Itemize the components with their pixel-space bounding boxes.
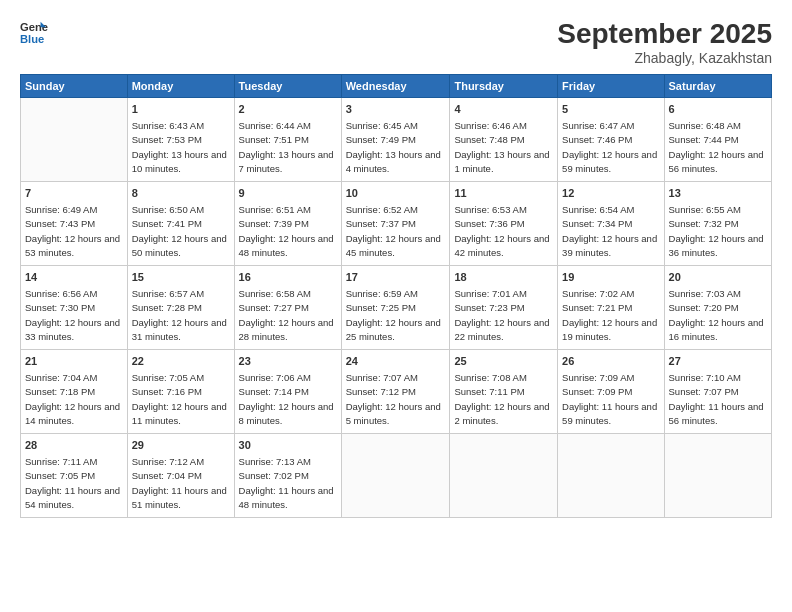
day-number: 29 [132,438,230,454]
cell-content: Sunrise: 6:50 AMSunset: 7:41 PMDaylight:… [132,204,227,259]
day-number: 17 [346,270,446,286]
cell-content: Sunrise: 6:57 AMSunset: 7:28 PMDaylight:… [132,288,227,343]
cell-content: Sunrise: 7:04 AMSunset: 7:18 PMDaylight:… [25,372,120,427]
calendar-cell: 15Sunrise: 6:57 AMSunset: 7:28 PMDayligh… [127,265,234,349]
day-number: 27 [669,354,767,370]
cell-content: Sunrise: 7:07 AMSunset: 7:12 PMDaylight:… [346,372,441,427]
cell-content: Sunrise: 7:01 AMSunset: 7:23 PMDaylight:… [454,288,549,343]
day-number: 1 [132,102,230,118]
calendar-cell: 20Sunrise: 7:03 AMSunset: 7:20 PMDayligh… [664,265,771,349]
calendar-cell: 28Sunrise: 7:11 AMSunset: 7:05 PMDayligh… [21,433,128,517]
cell-content: Sunrise: 6:45 AMSunset: 7:49 PMDaylight:… [346,120,441,175]
col-tuesday: Tuesday [234,75,341,98]
logo-icon: General Blue [20,18,48,46]
page: General Blue September 2025 Zhabagly, Ka… [0,0,792,612]
day-number: 8 [132,186,230,202]
day-number: 22 [132,354,230,370]
cell-content: Sunrise: 7:13 AMSunset: 7:02 PMDaylight:… [239,456,334,511]
day-number: 13 [669,186,767,202]
cell-content: Sunrise: 7:10 AMSunset: 7:07 PMDaylight:… [669,372,764,427]
month-title: September 2025 [557,18,772,50]
cell-content: Sunrise: 6:47 AMSunset: 7:46 PMDaylight:… [562,120,657,175]
calendar-cell: 24Sunrise: 7:07 AMSunset: 7:12 PMDayligh… [341,349,450,433]
cell-content: Sunrise: 6:54 AMSunset: 7:34 PMDaylight:… [562,204,657,259]
day-number: 24 [346,354,446,370]
cell-content: Sunrise: 6:59 AMSunset: 7:25 PMDaylight:… [346,288,441,343]
calendar-cell: 12Sunrise: 6:54 AMSunset: 7:34 PMDayligh… [558,181,664,265]
calendar-cell: 30Sunrise: 7:13 AMSunset: 7:02 PMDayligh… [234,433,341,517]
calendar-cell: 27Sunrise: 7:10 AMSunset: 7:07 PMDayligh… [664,349,771,433]
calendar-cell: 7Sunrise: 6:49 AMSunset: 7:43 PMDaylight… [21,181,128,265]
calendar-week-row: 14Sunrise: 6:56 AMSunset: 7:30 PMDayligh… [21,265,772,349]
day-number: 2 [239,102,337,118]
day-number: 19 [562,270,659,286]
cell-content: Sunrise: 7:11 AMSunset: 7:05 PMDaylight:… [25,456,120,511]
cell-content: Sunrise: 7:12 AMSunset: 7:04 PMDaylight:… [132,456,227,511]
cell-content: Sunrise: 7:05 AMSunset: 7:16 PMDaylight:… [132,372,227,427]
calendar-cell [664,433,771,517]
day-number: 3 [346,102,446,118]
calendar-cell [558,433,664,517]
day-number: 20 [669,270,767,286]
cell-content: Sunrise: 6:58 AMSunset: 7:27 PMDaylight:… [239,288,334,343]
day-number: 12 [562,186,659,202]
calendar-cell: 17Sunrise: 6:59 AMSunset: 7:25 PMDayligh… [341,265,450,349]
calendar-cell: 4Sunrise: 6:46 AMSunset: 7:48 PMDaylight… [450,98,558,182]
cell-content: Sunrise: 6:44 AMSunset: 7:51 PMDaylight:… [239,120,334,175]
day-number: 25 [454,354,553,370]
day-number: 23 [239,354,337,370]
calendar-cell: 14Sunrise: 6:56 AMSunset: 7:30 PMDayligh… [21,265,128,349]
col-sunday: Sunday [21,75,128,98]
day-number: 11 [454,186,553,202]
cell-content: Sunrise: 7:06 AMSunset: 7:14 PMDaylight:… [239,372,334,427]
col-wednesday: Wednesday [341,75,450,98]
header: General Blue September 2025 Zhabagly, Ka… [20,18,772,66]
day-number: 21 [25,354,123,370]
location: Zhabagly, Kazakhstan [557,50,772,66]
cell-content: Sunrise: 6:52 AMSunset: 7:37 PMDaylight:… [346,204,441,259]
cell-content: Sunrise: 6:49 AMSunset: 7:43 PMDaylight:… [25,204,120,259]
calendar-cell: 25Sunrise: 7:08 AMSunset: 7:11 PMDayligh… [450,349,558,433]
cell-content: Sunrise: 6:56 AMSunset: 7:30 PMDaylight:… [25,288,120,343]
calendar-week-row: 1Sunrise: 6:43 AMSunset: 7:53 PMDaylight… [21,98,772,182]
logo: General Blue [20,18,48,46]
cell-content: Sunrise: 6:43 AMSunset: 7:53 PMDaylight:… [132,120,227,175]
cell-content: Sunrise: 7:02 AMSunset: 7:21 PMDaylight:… [562,288,657,343]
calendar-cell: 19Sunrise: 7:02 AMSunset: 7:21 PMDayligh… [558,265,664,349]
day-number: 30 [239,438,337,454]
cell-content: Sunrise: 6:48 AMSunset: 7:44 PMDaylight:… [669,120,764,175]
header-row: Sunday Monday Tuesday Wednesday Thursday… [21,75,772,98]
col-monday: Monday [127,75,234,98]
day-number: 10 [346,186,446,202]
cell-content: Sunrise: 6:55 AMSunset: 7:32 PMDaylight:… [669,204,764,259]
cell-content: Sunrise: 6:46 AMSunset: 7:48 PMDaylight:… [454,120,549,175]
calendar-cell: 18Sunrise: 7:01 AMSunset: 7:23 PMDayligh… [450,265,558,349]
calendar-cell: 9Sunrise: 6:51 AMSunset: 7:39 PMDaylight… [234,181,341,265]
calendar-cell [341,433,450,517]
calendar-week-row: 7Sunrise: 6:49 AMSunset: 7:43 PMDaylight… [21,181,772,265]
col-friday: Friday [558,75,664,98]
svg-text:Blue: Blue [20,33,44,45]
calendar-week-row: 21Sunrise: 7:04 AMSunset: 7:18 PMDayligh… [21,349,772,433]
calendar-body: 1Sunrise: 6:43 AMSunset: 7:53 PMDaylight… [21,98,772,518]
calendar-cell: 1Sunrise: 6:43 AMSunset: 7:53 PMDaylight… [127,98,234,182]
calendar-cell [450,433,558,517]
calendar-cell: 2Sunrise: 6:44 AMSunset: 7:51 PMDaylight… [234,98,341,182]
day-number: 9 [239,186,337,202]
day-number: 5 [562,102,659,118]
cell-content: Sunrise: 6:53 AMSunset: 7:36 PMDaylight:… [454,204,549,259]
calendar-cell: 10Sunrise: 6:52 AMSunset: 7:37 PMDayligh… [341,181,450,265]
col-saturday: Saturday [664,75,771,98]
calendar-table: Sunday Monday Tuesday Wednesday Thursday… [20,74,772,518]
cell-content: Sunrise: 7:08 AMSunset: 7:11 PMDaylight:… [454,372,549,427]
day-number: 7 [25,186,123,202]
cell-content: Sunrise: 7:03 AMSunset: 7:20 PMDaylight:… [669,288,764,343]
calendar-cell: 11Sunrise: 6:53 AMSunset: 7:36 PMDayligh… [450,181,558,265]
calendar-cell: 13Sunrise: 6:55 AMSunset: 7:32 PMDayligh… [664,181,771,265]
calendar-cell: 29Sunrise: 7:12 AMSunset: 7:04 PMDayligh… [127,433,234,517]
day-number: 4 [454,102,553,118]
day-number: 26 [562,354,659,370]
cell-content: Sunrise: 6:51 AMSunset: 7:39 PMDaylight:… [239,204,334,259]
calendar-cell: 21Sunrise: 7:04 AMSunset: 7:18 PMDayligh… [21,349,128,433]
calendar-cell [21,98,128,182]
